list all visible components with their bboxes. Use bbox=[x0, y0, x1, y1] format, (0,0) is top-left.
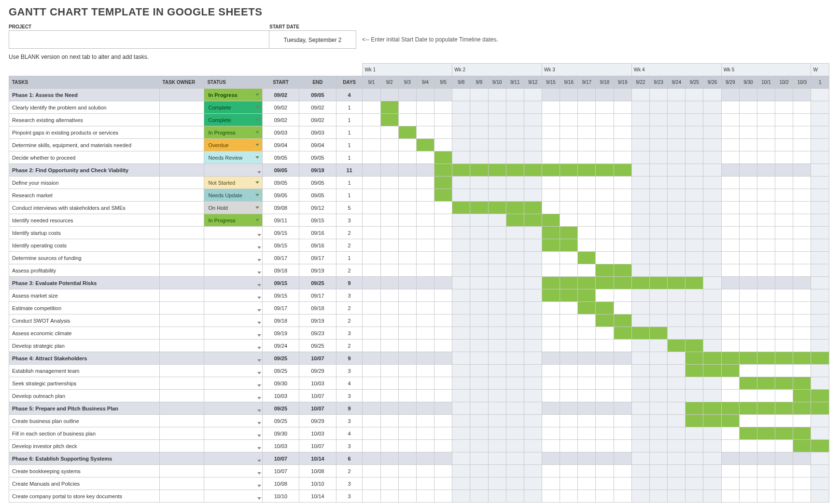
timeline-cell[interactable] bbox=[452, 427, 470, 440]
timeline-cell[interactable] bbox=[757, 477, 775, 490]
timeline-cell[interactable] bbox=[649, 126, 667, 139]
timeline-cell[interactable] bbox=[775, 89, 793, 101]
cell-end[interactable]: 09/05 bbox=[299, 177, 336, 189]
timeline-cell[interactable] bbox=[793, 239, 811, 252]
timeline-cell[interactable] bbox=[560, 490, 578, 503]
timeline-cell[interactable] bbox=[542, 214, 560, 227]
timeline-cell[interactable] bbox=[578, 239, 596, 252]
timeline-cell[interactable] bbox=[380, 352, 398, 365]
timeline-cell[interactable] bbox=[686, 340, 703, 352]
cell-days[interactable]: 3 bbox=[336, 477, 363, 490]
timeline-cell[interactable] bbox=[506, 415, 524, 427]
cell-end[interactable]: 09/19 bbox=[299, 164, 336, 177]
cell-end[interactable]: 09/19 bbox=[299, 314, 336, 327]
timeline-cell[interactable] bbox=[614, 377, 631, 390]
timeline-cell[interactable] bbox=[434, 490, 452, 503]
timeline-cell[interactable] bbox=[811, 302, 829, 314]
timeline-cell[interactable] bbox=[703, 452, 721, 465]
timeline-cell[interactable] bbox=[560, 227, 578, 239]
timeline-cell[interactable] bbox=[649, 415, 667, 427]
timeline-cell[interactable] bbox=[686, 390, 703, 402]
timeline-cell[interactable] bbox=[524, 164, 542, 177]
timeline-cell[interactable] bbox=[434, 365, 452, 377]
timeline-cell[interactable] bbox=[649, 452, 667, 465]
task-owner[interactable] bbox=[159, 490, 204, 503]
timeline-cell[interactable] bbox=[703, 252, 721, 264]
timeline-cell[interactable] bbox=[434, 214, 452, 227]
timeline-cell[interactable] bbox=[757, 189, 775, 202]
timeline-cell[interactable] bbox=[488, 289, 506, 302]
timeline-cell[interactable] bbox=[578, 101, 596, 114]
timeline-cell[interactable] bbox=[578, 452, 596, 465]
task-owner[interactable] bbox=[159, 164, 204, 177]
cell-start[interactable]: 09/19 bbox=[262, 327, 299, 340]
task-owner[interactable] bbox=[159, 440, 204, 452]
timeline-cell[interactable] bbox=[596, 440, 614, 452]
status-dropdown[interactable] bbox=[204, 239, 262, 252]
timeline-cell[interactable] bbox=[614, 164, 631, 177]
timeline-cell[interactable] bbox=[488, 302, 506, 314]
cell-start[interactable]: 09/05 bbox=[262, 151, 299, 164]
task-name[interactable]: Conduct SWOT Analysis bbox=[9, 314, 160, 327]
cell-days[interactable]: 11 bbox=[336, 164, 363, 177]
timeline-cell[interactable] bbox=[542, 139, 560, 151]
cell-end[interactable]: 09/05 bbox=[299, 89, 336, 101]
timeline-cell[interactable] bbox=[811, 264, 829, 277]
timeline-cell[interactable] bbox=[380, 164, 398, 177]
timeline-cell[interactable] bbox=[793, 264, 811, 277]
timeline-cell[interactable] bbox=[542, 314, 560, 327]
timeline-cell[interactable] bbox=[578, 151, 596, 164]
timeline-cell[interactable] bbox=[452, 314, 470, 327]
timeline-cell[interactable] bbox=[363, 264, 380, 277]
status-dropdown[interactable] bbox=[204, 289, 262, 302]
timeline-cell[interactable] bbox=[488, 340, 506, 352]
timeline-cell[interactable] bbox=[614, 189, 631, 202]
timeline-cell[interactable] bbox=[793, 415, 811, 427]
status-dropdown[interactable] bbox=[204, 277, 262, 289]
task-name[interactable]: Phase 2: Find Opportunity and Check Viab… bbox=[9, 164, 160, 177]
timeline-cell[interactable] bbox=[739, 126, 757, 139]
timeline-cell[interactable] bbox=[524, 314, 542, 327]
timeline-cell[interactable] bbox=[578, 377, 596, 390]
timeline-cell[interactable] bbox=[542, 340, 560, 352]
timeline-cell[interactable] bbox=[721, 327, 739, 340]
timeline-cell[interactable] bbox=[524, 490, 542, 503]
timeline-cell[interactable] bbox=[811, 490, 829, 503]
status-dropdown[interactable] bbox=[204, 164, 262, 177]
task-name[interactable]: Identify needed resources bbox=[9, 214, 160, 227]
timeline-cell[interactable] bbox=[363, 289, 380, 302]
timeline-cell[interactable] bbox=[434, 277, 452, 289]
timeline-cell[interactable] bbox=[596, 239, 614, 252]
task-owner[interactable] bbox=[159, 214, 204, 227]
timeline-cell[interactable] bbox=[596, 177, 614, 189]
task-name[interactable]: Identify operating costs bbox=[9, 239, 160, 252]
timeline-cell[interactable] bbox=[506, 126, 524, 139]
timeline-cell[interactable] bbox=[721, 415, 739, 427]
timeline-cell[interactable] bbox=[631, 252, 649, 264]
timeline-cell[interactable] bbox=[560, 202, 578, 214]
cell-end[interactable]: 09/19 bbox=[299, 264, 336, 277]
timeline-cell[interactable] bbox=[614, 214, 631, 227]
cell-days[interactable]: 9 bbox=[336, 277, 363, 289]
timeline-cell[interactable] bbox=[470, 202, 488, 214]
timeline-cell[interactable] bbox=[434, 89, 452, 101]
timeline-cell[interactable] bbox=[416, 101, 434, 114]
timeline-cell[interactable] bbox=[793, 252, 811, 264]
cell-end[interactable]: 09/16 bbox=[299, 239, 336, 252]
timeline-cell[interactable] bbox=[649, 177, 667, 189]
timeline-cell[interactable] bbox=[398, 126, 416, 139]
timeline-cell[interactable] bbox=[380, 289, 398, 302]
timeline-cell[interactable] bbox=[614, 114, 631, 126]
timeline-cell[interactable] bbox=[596, 452, 614, 465]
timeline-cell[interactable] bbox=[363, 402, 380, 415]
timeline-cell[interactable] bbox=[542, 151, 560, 164]
timeline-cell[interactable] bbox=[775, 415, 793, 427]
timeline-cell[interactable] bbox=[649, 289, 667, 302]
timeline-cell[interactable] bbox=[470, 415, 488, 427]
timeline-cell[interactable] bbox=[793, 189, 811, 202]
cell-days[interactable]: 9 bbox=[336, 352, 363, 365]
timeline-cell[interactable] bbox=[811, 114, 829, 126]
timeline-cell[interactable] bbox=[686, 114, 703, 126]
timeline-cell[interactable] bbox=[452, 114, 470, 126]
timeline-cell[interactable] bbox=[686, 477, 703, 490]
